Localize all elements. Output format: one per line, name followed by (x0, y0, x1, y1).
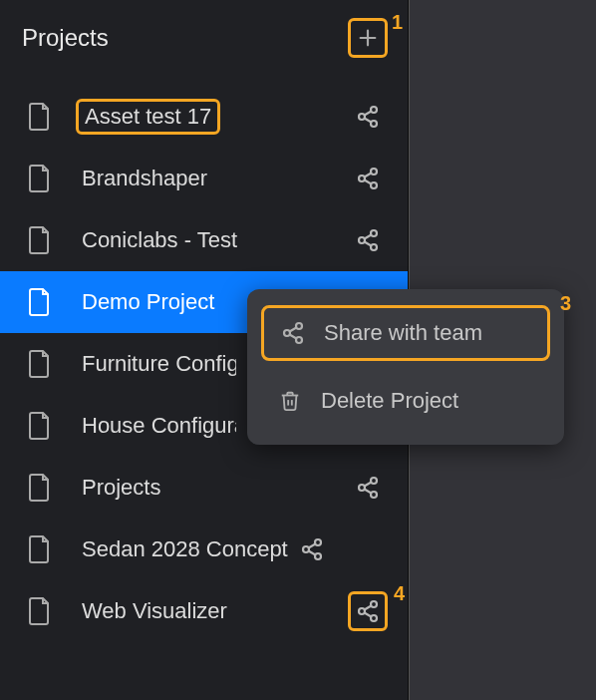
svg-line-35 (290, 328, 297, 332)
share-button[interactable] (348, 167, 388, 190)
svg-line-36 (290, 335, 297, 339)
svg-point-2 (371, 107, 377, 113)
svg-point-3 (359, 114, 365, 120)
svg-point-32 (296, 323, 302, 329)
project-label: House Configurator (82, 413, 236, 439)
project-label: Furniture Configurator (82, 351, 236, 377)
share-button[interactable] (348, 228, 388, 252)
share-icon (356, 105, 380, 129)
svg-point-22 (315, 539, 321, 545)
svg-point-28 (359, 608, 365, 614)
svg-point-29 (371, 615, 377, 621)
svg-line-10 (365, 174, 372, 177)
svg-line-21 (365, 490, 372, 494)
svg-point-4 (371, 121, 377, 127)
project-label: Brandshaper (82, 166, 348, 191)
project-label: Demo Project (82, 289, 231, 315)
svg-line-15 (365, 235, 372, 239)
svg-line-11 (365, 180, 372, 184)
document-icon (28, 411, 58, 441)
share-icon (356, 476, 380, 500)
share-icon (278, 321, 308, 345)
context-menu: Share with team 3 Delete Project (247, 289, 564, 445)
project-label: Sedan 2028 Concept (82, 536, 288, 562)
svg-line-6 (365, 119, 372, 123)
menu-share-with-team[interactable]: Share with team 3 (261, 305, 550, 361)
project-item-sedan-2028-concept[interactable]: Sedan 2028 Concept (0, 519, 408, 580)
svg-point-24 (315, 553, 321, 559)
share-icon (356, 599, 380, 623)
share-button[interactable]: 4 (348, 591, 388, 631)
project-item-projects[interactable]: Projects (0, 457, 408, 519)
project-item-coniclabs-test[interactable]: Coniclabs - Test (0, 209, 408, 271)
share-icon (300, 537, 324, 561)
svg-line-31 (365, 613, 372, 617)
svg-line-26 (308, 551, 315, 555)
share-button[interactable] (348, 476, 388, 500)
svg-line-25 (308, 544, 315, 548)
plus-icon (357, 27, 379, 49)
document-icon (28, 225, 58, 255)
project-label: Coniclabs - Test (82, 227, 348, 253)
document-icon (28, 349, 58, 379)
trash-icon (275, 389, 305, 413)
share-button[interactable] (348, 105, 388, 129)
document-icon (28, 164, 58, 193)
svg-point-9 (371, 182, 377, 188)
add-project-button[interactable]: 1 (348, 18, 388, 58)
project-item-web-visualizer[interactable]: Web Visualizer 4 (0, 580, 408, 642)
svg-point-18 (359, 485, 365, 491)
share-icon (356, 228, 380, 252)
svg-point-12 (371, 230, 377, 236)
svg-point-8 (359, 175, 365, 181)
menu-item-label: Delete Project (321, 388, 458, 414)
svg-line-30 (365, 606, 372, 610)
svg-point-27 (371, 601, 377, 607)
sidebar-title: Projects (22, 24, 109, 52)
svg-point-17 (371, 478, 377, 484)
svg-point-7 (371, 169, 377, 175)
svg-line-20 (365, 483, 372, 487)
svg-point-33 (284, 330, 290, 336)
svg-point-19 (371, 492, 377, 498)
callout-4: 4 (394, 582, 405, 605)
document-icon (28, 473, 58, 503)
svg-point-23 (303, 546, 309, 552)
svg-line-5 (365, 112, 372, 116)
document-icon (28, 596, 58, 626)
document-icon (28, 102, 58, 132)
svg-point-14 (371, 244, 377, 250)
share-button[interactable] (292, 537, 332, 561)
project-item-brandshaper[interactable]: Brandshaper (0, 148, 408, 209)
callout-1: 1 (392, 11, 403, 34)
project-label: Projects (82, 475, 348, 501)
sidebar-header: Projects 1 (0, 0, 408, 74)
project-label: Web Visualizer (82, 598, 348, 624)
share-icon (356, 167, 380, 190)
svg-line-16 (365, 242, 372, 246)
svg-point-13 (359, 237, 365, 243)
document-icon (28, 534, 58, 564)
svg-point-34 (296, 337, 302, 343)
project-item-asset-test-17[interactable]: Asset test 17 2 (0, 86, 408, 148)
document-icon (28, 287, 58, 317)
menu-delete-project[interactable]: Delete Project (261, 373, 550, 429)
project-label[interactable]: Asset test 17 2 (76, 99, 220, 135)
menu-item-label: Share with team (324, 320, 482, 346)
